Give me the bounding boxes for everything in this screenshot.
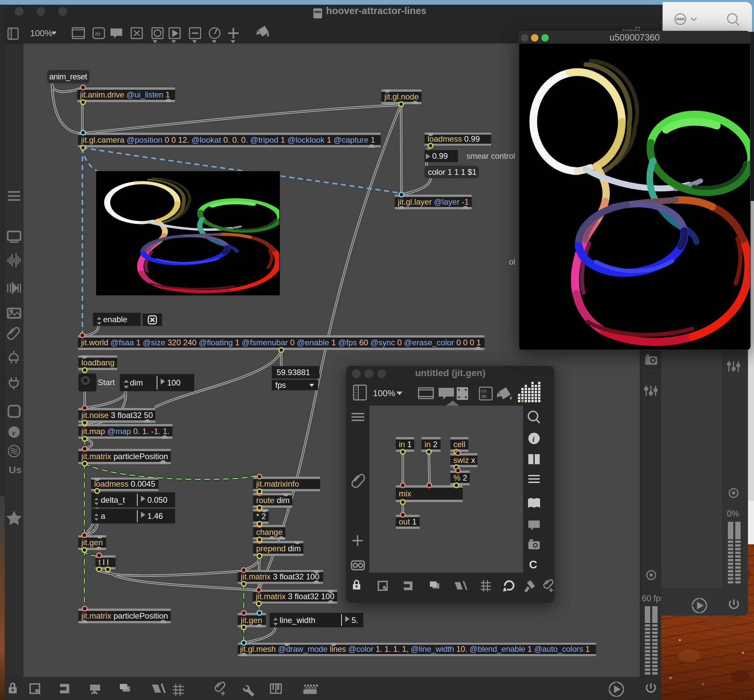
svg-text:100%: 100%: [30, 28, 53, 38]
svg-text:Us: Us: [9, 464, 22, 475]
svg-text:0%: 0%: [727, 509, 739, 518]
svg-text:v: v: [12, 428, 16, 437]
svg-text:m: m: [95, 29, 100, 38]
svg-text:60 fps: 60 fps: [642, 594, 661, 603]
